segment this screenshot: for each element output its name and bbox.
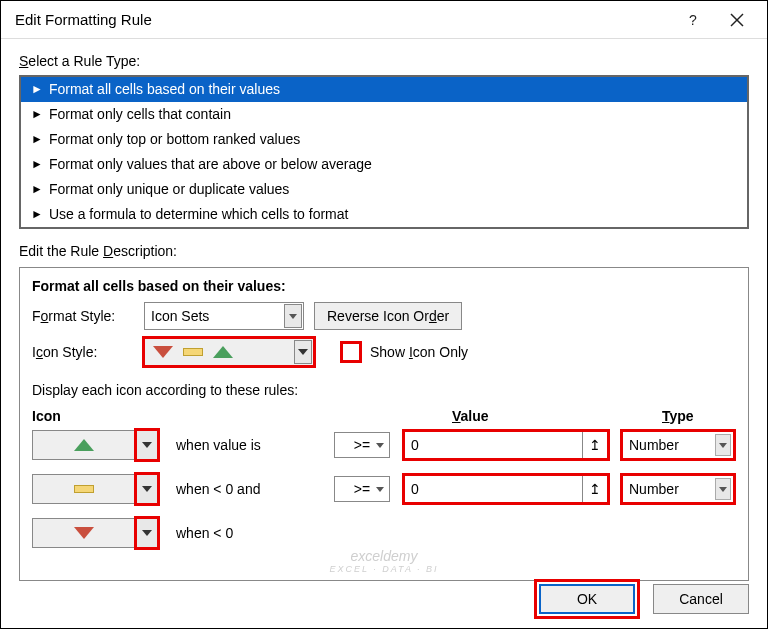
- format-style-select[interactable]: Icon Sets: [144, 302, 304, 330]
- chevron-down-icon: [294, 340, 312, 364]
- header-icon: Icon: [32, 408, 192, 424]
- icon-select[interactable]: [32, 430, 136, 460]
- range-selector-button[interactable]: ↥: [582, 431, 608, 459]
- when-text: when < 0: [158, 525, 334, 541]
- rule-type-item[interactable]: ►Format all cells based on their values: [21, 77, 747, 102]
- value-input[interactable]: 0: [404, 431, 582, 459]
- icon-style-select[interactable]: [144, 338, 314, 366]
- icon-select[interactable]: [32, 474, 136, 504]
- triangle-down-icon: [74, 527, 94, 539]
- bar-icon: [183, 348, 203, 356]
- bullet-icon: ►: [31, 107, 43, 121]
- bullet-icon: ►: [31, 182, 43, 196]
- show-icon-only-checkbox[interactable]: [342, 343, 360, 361]
- close-button[interactable]: [715, 4, 759, 36]
- close-icon: [730, 13, 744, 27]
- select-rule-type-label: Select a Rule Type:: [19, 53, 749, 69]
- rule-type-item[interactable]: ►Format only unique or duplicate values: [21, 177, 747, 202]
- value-input[interactable]: 0: [404, 475, 582, 503]
- dialog-title: Edit Formatting Rule: [15, 11, 671, 28]
- triangle-up-icon: [213, 346, 233, 358]
- bullet-icon: ►: [31, 82, 43, 96]
- rule-description-box: Format all cells based on their values: …: [19, 267, 749, 581]
- edit-formatting-rule-dialog: Edit Formatting Rule ? Select a Rule Typ…: [0, 0, 768, 629]
- rule-type-item[interactable]: ►Use a formula to determine which cells …: [21, 202, 747, 227]
- collapse-icon: ↥: [589, 437, 601, 453]
- value-input-wrap: 0 ↥: [404, 431, 608, 459]
- cancel-button[interactable]: Cancel: [653, 584, 749, 614]
- chevron-down-icon: [715, 434, 731, 456]
- bar-icon: [74, 485, 94, 493]
- bullet-icon: ►: [31, 157, 43, 171]
- edit-description-label: Edit the Rule Description:: [19, 243, 749, 259]
- show-icon-only-label: Show Icon Only: [370, 344, 468, 360]
- chevron-down-icon: [715, 478, 731, 500]
- header-value: Value: [452, 408, 662, 424]
- triangle-down-icon: [153, 346, 173, 358]
- type-select[interactable]: Number: [622, 431, 734, 459]
- icon-rule-row: when value is >= 0 ↥ Number: [32, 430, 736, 460]
- format-style-row: Format Style: Icon Sets Reverse Icon Ord…: [32, 302, 736, 330]
- dialog-footer: OK Cancel: [539, 584, 749, 614]
- icon-select[interactable]: [32, 518, 136, 548]
- type-select[interactable]: Number: [622, 475, 734, 503]
- rule-type-item[interactable]: ►Format only cells that contain: [21, 102, 747, 127]
- icon-select-dropdown[interactable]: [136, 474, 158, 504]
- rule-type-item[interactable]: ►Format only top or bottom ranked values: [21, 127, 747, 152]
- value-input-wrap: 0 ↥: [404, 475, 608, 503]
- icon-select-dropdown[interactable]: [136, 518, 158, 548]
- titlebar: Edit Formatting Rule ?: [1, 1, 767, 39]
- when-text: when value is: [158, 437, 334, 453]
- icon-select-dropdown[interactable]: [136, 430, 158, 460]
- operator-select[interactable]: >=: [334, 432, 390, 458]
- operator-select[interactable]: >=: [334, 476, 390, 502]
- collapse-icon: ↥: [589, 481, 601, 497]
- rule-type-list[interactable]: ►Format all cells based on their values …: [19, 75, 749, 229]
- ok-button[interactable]: OK: [539, 584, 635, 614]
- reverse-icon-order-button[interactable]: Reverse Icon Order: [314, 302, 462, 330]
- format-header: Format all cells based on their values:: [32, 278, 736, 294]
- when-text: when < 0 and: [158, 481, 334, 497]
- icon-style-row: Icon Style: Show Icon Only: [32, 338, 736, 366]
- icon-rule-row: when < 0: [32, 518, 736, 548]
- triangle-up-icon: [74, 439, 94, 451]
- header-type: Type: [662, 408, 694, 424]
- bullet-icon: ►: [31, 207, 43, 221]
- rule-type-item[interactable]: ►Format only values that are above or be…: [21, 152, 747, 177]
- bullet-icon: ►: [31, 132, 43, 146]
- dialog-content: Select a Rule Type: ►Format all cells ba…: [1, 39, 767, 599]
- icon-rule-row: when < 0 and >= 0 ↥ Number: [32, 474, 736, 504]
- range-selector-button[interactable]: ↥: [582, 475, 608, 503]
- help-button[interactable]: ?: [671, 4, 715, 36]
- chevron-down-icon: [284, 304, 302, 328]
- icon-rules-section: Display each icon according to these rul…: [32, 382, 736, 548]
- display-rules-label: Display each icon according to these rul…: [32, 382, 736, 398]
